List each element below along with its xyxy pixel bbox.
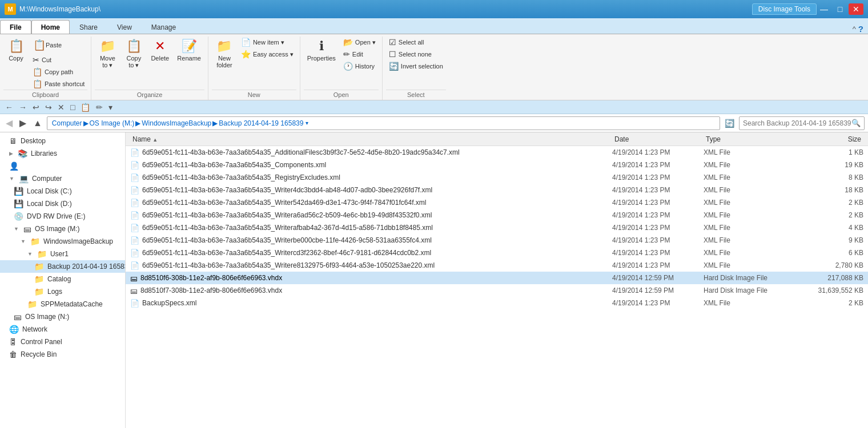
tab-share[interactable]: Share [70, 20, 107, 34]
search-box[interactable]: 🔍 [739, 116, 865, 130]
forward-button[interactable]: → [17, 102, 29, 113]
move-to-button[interactable]: 📁 Move to ▾ [95, 37, 120, 71]
breadcrumb-drive[interactable]: OS Image (M:) [90, 119, 135, 127]
file-row[interactable]: 📄 6d59e051-fc11-4b3a-b63e-7aa3a6b54a35_W… [126, 247, 868, 259]
paste-shortcut-button[interactable]: 📋 Paste shortcut [30, 78, 87, 90]
up-button[interactable]: ▲ [31, 117, 45, 130]
file-row[interactable]: 🖴 8d8510f6-308b-11e2-af9b-806e6f6e6963.v… [126, 272, 868, 284]
col-header-date[interactable]: Date [612, 135, 704, 143]
copy-button[interactable]: 📋 Copy [3, 37, 29, 64]
sidebar-item-logs[interactable]: 📁 Logs [0, 285, 125, 298]
sidebar-item-libraries[interactable]: ▶ 📚 Libraries [0, 147, 125, 160]
minimize-button[interactable]: — [817, 3, 831, 15]
file-row[interactable]: 📄 6d59e051-fc11-4b3a-b63e-7aa3a6b54a35_W… [126, 209, 868, 221]
rename-qa-button[interactable]: □ [69, 102, 77, 113]
col-header-type[interactable]: Type [704, 135, 795, 143]
file-size: 217,088 KB [795, 274, 863, 282]
help-button[interactable]: ? [858, 24, 863, 34]
sidebar-item-user[interactable]: 👤 [0, 160, 125, 172]
sep1: ▶ [83, 119, 89, 127]
copy-path-icon: 📋 [33, 67, 42, 76]
search-icon: 🔍 [851, 119, 861, 127]
sidebar-item-wib[interactable]: ▼ 📁 WindowsImageBackup [0, 235, 125, 248]
qa-dropdown[interactable]: ▾ [107, 102, 114, 113]
search-input[interactable] [743, 119, 851, 127]
new-folder-button[interactable]: 📁 New folder [212, 37, 237, 71]
breadcrumb-dropdown[interactable]: ▾ [306, 120, 308, 126]
file-row[interactable]: 🖴 8d8510f7-308b-11e2-af9b-806e6f6e6963.v… [126, 284, 868, 297]
col-header-name[interactable]: Name ▲ [130, 135, 612, 143]
breadcrumb-backup-root[interactable]: WindowsImageBackup [142, 119, 211, 127]
recycle-bin-icon: 🗑 [9, 350, 17, 359]
file-row[interactable]: 📄 6d59e051-fc11-4b3a-b63e-7aa3a6b54a35_A… [126, 146, 868, 159]
sidebar-item-computer[interactable]: ▼ 💻 Computer [0, 172, 125, 185]
file-row[interactable]: 📄 BackupSpecs.xml 4/19/2014 1:23 PM XML … [126, 297, 868, 309]
back-nav-button[interactable]: ◀ [3, 116, 15, 130]
file-row[interactable]: 📄 6d59e051-fc11-4b3a-b63e-7aa3a6b54a35_W… [126, 234, 868, 247]
sidebar-item-backup[interactable]: 📁 Backup 2014-04-19 165839 [0, 260, 125, 273]
file-row[interactable]: 📄 6d59e051-fc11-4b3a-b63e-7aa3a6b54a35_W… [126, 259, 868, 272]
edit-button[interactable]: ✏ Edit [340, 49, 379, 60]
cut-label: Cut [42, 56, 51, 63]
select-all-button[interactable]: ☑ Select all [386, 37, 446, 48]
file-size: 2 KB [795, 211, 863, 219]
file-row[interactable]: 📄 6d59e051-fc11-4b3a-b63e-7aa3a6b54a35_R… [126, 171, 868, 184]
file-date: 4/19/2014 1:23 PM [612, 173, 704, 181]
file-row[interactable]: 📄 6d59e051-fc11-4b3a-b63e-7aa3a6b54a35_W… [126, 221, 868, 234]
disc-tools-tab[interactable]: Disc Image Tools [752, 3, 817, 15]
file-row[interactable]: 📄 6d59e051-fc11-4b3a-b63e-7aa3a6b54a35_C… [126, 159, 868, 171]
delete-button[interactable]: ✕ Delete [147, 37, 172, 64]
sidebar-item-desktop[interactable]: 🖥 Desktop [0, 135, 125, 147]
properties-button[interactable]: ℹ Properties [304, 37, 339, 64]
sidebar-item-spp[interactable]: 📁 SPPMetadataCache [0, 298, 125, 310]
properties-qa-button[interactable]: 📋 [79, 102, 92, 113]
sidebar-item-catalog[interactable]: 📁 Catalog [0, 273, 125, 285]
sidebar-item-os-m[interactable]: ▼ 🖴 OS Image (M:) [0, 223, 125, 235]
redo-button[interactable]: ↪ [43, 102, 54, 113]
new-item-button[interactable]: 📄 New item ▾ [238, 37, 296, 48]
file-name: 6d59e051-fc11-4b3a-b63e-7aa3a6b54a35_Wri… [142, 224, 433, 232]
close-button[interactable]: ✕ [849, 3, 863, 15]
sidebar-item-local-d[interactable]: 💾 Local Disk (D:) [0, 197, 125, 210]
open-button[interactable]: 📂 Open ▾ [340, 37, 379, 48]
col-header-size[interactable]: Size [795, 135, 863, 143]
paste-button[interactable]: 📋 Paste [30, 37, 87, 54]
sidebar-item-user1[interactable]: ▼ 📁 User1 [0, 248, 125, 260]
address-path[interactable]: Computer ▶ OS Image (M:) ▶ WindowsImageB… [47, 116, 720, 130]
delete-qa-button[interactable]: ✕ [56, 102, 66, 113]
file-name: 6d59e051-fc11-4b3a-b63e-7aa3a6b54a35_Wri… [142, 186, 432, 194]
select-none-button[interactable]: ☐ Select none [386, 49, 446, 60]
invert-selection-button[interactable]: 🔄 Invert selection [386, 60, 446, 72]
back-button[interactable]: ← [3, 102, 15, 113]
breadcrumb-computer[interactable]: Computer [52, 119, 82, 127]
tab-home[interactable]: Home [31, 20, 70, 34]
copy-to-button[interactable]: 📋 Copy to ▾ [121, 37, 146, 71]
refresh-button[interactable]: 🔄 [722, 118, 737, 129]
history-button[interactable]: 🕐 History [340, 60, 379, 72]
forward-nav-button[interactable]: ▶ [17, 116, 29, 130]
maximize-button[interactable]: □ [833, 3, 847, 15]
tab-view[interactable]: View [107, 20, 142, 34]
file-date: 4/19/2014 1:23 PM [612, 224, 704, 232]
sidebar-label-local-c: Local Disk (C:) [27, 187, 72, 195]
cut-button[interactable]: ✂ Cut [30, 54, 87, 66]
copy-path-button[interactable]: 📋 Copy path [30, 66, 87, 78]
easy-access-button[interactable]: ⭐ Easy access ▾ [238, 49, 296, 60]
sidebar-item-dvd[interactable]: 💿 DVD RW Drive (E:) [0, 210, 125, 223]
new-folder-qa-button[interactable]: ✏ [94, 102, 105, 113]
breadcrumb-current[interactable]: Backup 2014-04-19 165839 [219, 119, 303, 127]
file-area: Name ▲ Date Type Size 📄 6d59e051-fc11-4b… [126, 132, 868, 428]
file-row[interactable]: 📄 6d59e051-fc11-4b3a-b63e-7aa3a6b54a35_W… [126, 196, 868, 209]
sidebar-item-control-panel[interactable]: 🎛 Control Panel [0, 336, 125, 348]
sidebar-item-recycle-bin[interactable]: 🗑 Recycle Bin [0, 348, 125, 361]
file-row[interactable]: 📄 6d59e051-fc11-4b3a-b63e-7aa3a6b54a35_W… [126, 184, 868, 196]
sidebar-item-network[interactable]: 🌐 Network [0, 323, 125, 336]
file-icon: 📄 [130, 211, 139, 220]
rename-button[interactable]: 📝 Rename [174, 37, 204, 64]
sidebar-item-os-n[interactable]: 🖴 OS Image (N:) [0, 310, 125, 323]
sidebar-item-local-c[interactable]: 💾 Local Disk (C:) [0, 185, 125, 197]
undo-button[interactable]: ↩ [31, 102, 41, 113]
ribbon-collapse-button[interactable]: ^ [853, 25, 856, 33]
tab-file[interactable]: File [0, 20, 31, 34]
tab-manage[interactable]: Manage [142, 20, 186, 34]
